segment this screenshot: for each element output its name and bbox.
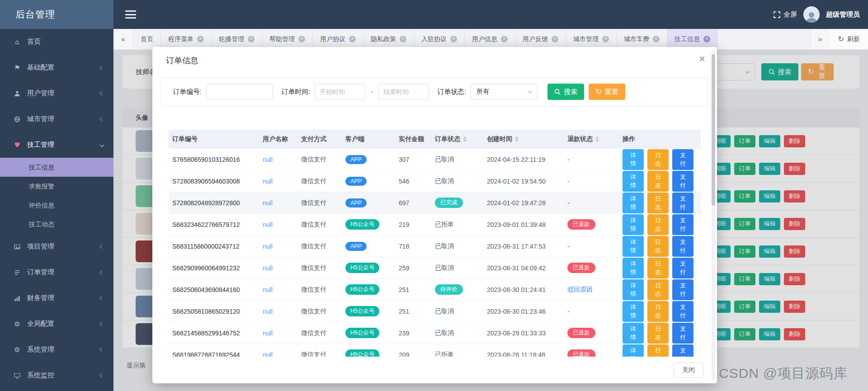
pay-button[interactable]: 支付: [672, 236, 693, 257]
hamburger-menu-icon[interactable]: [125, 10, 136, 19]
tab-city-management[interactable]: 城市管理×: [566, 29, 617, 49]
end-time-input[interactable]: [378, 84, 429, 100]
start-time-input[interactable]: [315, 84, 365, 100]
tab-home[interactable]: 首页: [133, 29, 161, 49]
tab-close-icon[interactable]: ×: [653, 36, 660, 42]
user-link[interactable]: null: [263, 351, 273, 357]
pay-button[interactable]: 支付: [672, 149, 693, 170]
detail-button[interactable]: 详情: [623, 236, 644, 257]
refresh-tab-button[interactable]: ↻ 刷新: [830, 29, 868, 49]
refund-reason-link[interactable]: 驳回原因: [567, 286, 593, 294]
tabs-scroll-right-button[interactable]: »: [810, 29, 830, 49]
scrollbar-thumb[interactable]: [712, 54, 715, 206]
tab-user-info[interactable]: 用户信息×: [465, 29, 515, 49]
detail-button[interactable]: 详情: [623, 323, 644, 344]
tab-user-agreement[interactable]: 用户协议×: [313, 29, 363, 49]
sidebar-subitem-rescue-alarm[interactable]: 求救报警: [0, 177, 113, 196]
log-button[interactable]: 日志: [647, 171, 669, 192]
user-link[interactable]: null: [263, 286, 273, 293]
order-no-input[interactable]: [206, 84, 273, 100]
sort-icon[interactable]: [463, 137, 467, 142]
user-link[interactable]: null: [263, 221, 273, 228]
tab-close-icon[interactable]: ×: [501, 36, 508, 42]
tab-user-feedback[interactable]: 用户反馈×: [515, 29, 566, 49]
sidebar-item-global-config[interactable]: ⚙ 全局配置: [0, 311, 113, 337]
close-button[interactable]: 关闭: [674, 363, 703, 378]
pay-button[interactable]: 支付: [672, 301, 693, 322]
tab-close-icon[interactable]: ×: [298, 36, 305, 42]
user-link[interactable]: null: [263, 330, 273, 337]
sidebar-subitem-review-info[interactable]: 评价信息: [0, 196, 113, 215]
col-header-order-status[interactable]: 订单状态: [431, 135, 483, 143]
log-button[interactable]: 日志: [647, 149, 669, 170]
tab-privacy-policy[interactable]: 隐私政策×: [363, 29, 414, 49]
tab-technician-info[interactable]: 技工信息×: [667, 29, 718, 49]
user-link[interactable]: null: [263, 178, 273, 185]
sidebar-item-home[interactable]: ⌂ 首页: [0, 29, 113, 55]
detail-button[interactable]: 详情: [623, 214, 644, 235]
log-button[interactable]: 日志: [647, 301, 669, 322]
log-button[interactable]: 日志: [647, 214, 669, 235]
sidebar-item-city-management[interactable]: 城市管理: [0, 106, 113, 132]
modal-scrollbar[interactable]: [712, 51, 715, 380]
sidebar-item-user-management[interactable]: 用户管理: [0, 80, 113, 106]
tab-settlement-agreement[interactable]: 入驻协议×: [414, 29, 465, 49]
close-icon[interactable]: ×: [699, 53, 705, 64]
pay-button[interactable]: 支付: [672, 279, 693, 300]
tab-close-icon[interactable]: ×: [349, 36, 356, 42]
tab-close-icon[interactable]: ×: [400, 36, 406, 42]
log-button[interactable]: 日志: [647, 258, 669, 278]
sidebar-item-basic-config[interactable]: ⚑ 基础配置: [0, 55, 113, 80]
tab-close-icon[interactable]: ×: [248, 36, 255, 42]
tab-close-icon[interactable]: ×: [552, 36, 558, 42]
sidebar-item-system-management[interactable]: ⚙ 系统管理: [0, 337, 113, 363]
search-button[interactable]: 搜索: [547, 84, 584, 100]
detail-button[interactable]: 详情: [623, 301, 644, 322]
user-link[interactable]: null: [263, 199, 273, 207]
user-link[interactable]: null: [263, 243, 273, 250]
log-button[interactable]: 日志: [647, 279, 669, 300]
detail-button[interactable]: 详情: [623, 279, 644, 300]
sort-icon[interactable]: [515, 137, 519, 142]
sidebar-item-technician-management[interactable]: ♥ 技工管理: [0, 132, 113, 158]
log-button[interactable]: 日志: [647, 236, 669, 257]
reset-button[interactable]: ↻ 重置: [589, 84, 625, 100]
pay-button[interactable]: 支付: [672, 214, 693, 235]
pay-button[interactable]: 支付: [672, 258, 693, 278]
detail-button[interactable]: 详情: [623, 193, 644, 213]
user-link[interactable]: null: [263, 308, 273, 315]
col-header-refund-status[interactable]: 退款状态: [564, 135, 619, 143]
detail-button[interactable]: 详情: [623, 258, 644, 278]
pay-button[interactable]: 支付: [672, 323, 693, 344]
sort-icon[interactable]: [595, 137, 599, 142]
log-button[interactable]: 日志: [647, 344, 669, 357]
sidebar-subitem-technician-activity[interactable]: 技工动态: [0, 215, 113, 234]
sidebar-item-system-monitor[interactable]: 系统监控: [0, 363, 113, 388]
tab-close-icon[interactable]: ×: [197, 36, 204, 42]
detail-button[interactable]: 详情: [623, 344, 644, 357]
log-button[interactable]: 日志: [647, 193, 669, 213]
sidebar-item-order-management[interactable]: 订单管理: [0, 259, 113, 285]
pay-button[interactable]: 支付: [672, 344, 693, 357]
user-link[interactable]: null: [263, 264, 273, 272]
col-header-created-time[interactable]: 创建时间: [483, 135, 564, 143]
pay-button[interactable]: 支付: [672, 171, 693, 192]
detail-button[interactable]: 详情: [623, 171, 644, 192]
sidebar-item-project-management[interactable]: 项目管理: [0, 234, 113, 259]
sidebar-item-finance-management[interactable]: 财务管理: [0, 285, 113, 311]
avatar[interactable]: [803, 6, 820, 23]
detail-button[interactable]: 详情: [623, 149, 644, 170]
current-user-name[interactable]: 超级管理员: [826, 10, 860, 19]
tab-program-menu[interactable]: 程序菜单×: [161, 29, 212, 49]
tab-close-icon[interactable]: ×: [703, 36, 710, 42]
sidebar-subitem-technician-info[interactable]: 技工信息: [0, 158, 113, 177]
order-status-select[interactable]: 所有: [471, 84, 538, 100]
tab-city-fare[interactable]: 城市车费×: [617, 29, 667, 49]
tab-close-icon[interactable]: ×: [602, 36, 609, 42]
user-link[interactable]: null: [263, 156, 273, 163]
tab-close-icon[interactable]: ×: [450, 36, 457, 42]
log-button[interactable]: 日志: [647, 323, 669, 344]
tabs-scroll-left-button[interactable]: «: [113, 29, 133, 49]
tab-help-management[interactable]: 帮助管理×: [262, 29, 313, 49]
fullscreen-button[interactable]: 全屏: [774, 10, 797, 19]
